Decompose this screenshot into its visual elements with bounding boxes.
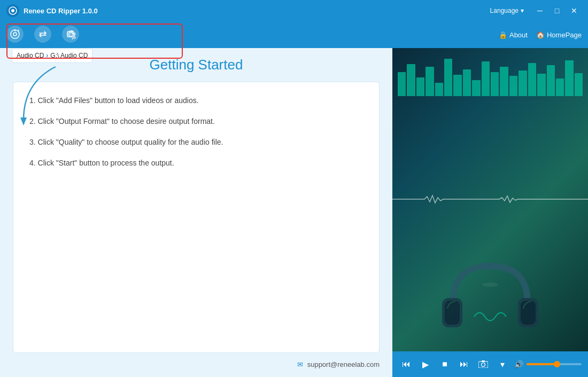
eq-bar: [416, 77, 424, 96]
eq-bar: [425, 67, 434, 96]
volume-slider[interactable]: 🔊: [514, 360, 582, 368]
instructions-box: 1. Click "Add Files" button to load vide…: [13, 82, 380, 353]
app-title: Renee CD Ripper 1.0.0: [24, 7, 490, 15]
eq-bar: [519, 70, 527, 96]
maximize-button[interactable]: □: [550, 3, 564, 18]
eq-bar: [407, 64, 415, 96]
convert-button[interactable]: [34, 26, 51, 44]
instruction-2: 2. Click "Output Format" to choose desir…: [29, 116, 363, 127]
breadcrumb-source: Audio CD: [17, 52, 44, 59]
volume-track[interactable]: [527, 363, 582, 365]
left-inner: Getting Started 1. Click "Add Files" but…: [0, 48, 392, 377]
svg-rect-11: [445, 301, 460, 325]
app-wrapper: Renee CD Ripper 1.0.0 Language ▾ ─ □ ✕ +: [0, 0, 588, 377]
volume-thumb[interactable]: [554, 361, 560, 367]
home-icon: 🏠: [536, 31, 545, 39]
waveform: [392, 194, 588, 205]
stop-button[interactable]: ■: [437, 357, 452, 372]
eq-bar: [444, 59, 452, 96]
eq-bar: [398, 72, 406, 96]
instruction-4: 4. Click "Start" button to process the o…: [29, 158, 363, 169]
eq-bar: [500, 67, 508, 96]
headphones-image: [437, 255, 544, 341]
svg-point-3: [13, 33, 17, 36]
svg-rect-15: [478, 362, 488, 368]
language-dropdown-icon: ▾: [521, 7, 524, 14]
settings-button[interactable]: [62, 26, 79, 44]
skip-back-button[interactable]: ⏮: [399, 357, 414, 372]
add-cd-button[interactable]: +: [6, 26, 24, 44]
left-panel: Getting Started 1. Click "Add Files" but…: [0, 48, 392, 377]
svg-rect-17: [482, 360, 485, 362]
instruction-3: 3. Click "Quality" to choose output qual…: [29, 137, 363, 148]
app-logo: [6, 4, 19, 17]
eq-bar: [453, 75, 461, 96]
close-button[interactable]: ✕: [567, 3, 582, 18]
support-email: support@reneelab.com: [307, 360, 380, 368]
eq-bar: [575, 73, 583, 96]
breadcrumb-separator: ›: [46, 52, 48, 59]
media-controls: ⏮ ▶ ■ ⏭ ▾ 🔊: [392, 351, 588, 377]
homepage-link[interactable]: 🏠 HomePage: [536, 31, 582, 39]
eq-bar: [491, 72, 499, 96]
eq-bar: [482, 61, 490, 96]
volume-icon: 🔊: [514, 360, 523, 368]
email-icon: ✉: [297, 360, 303, 368]
more-button[interactable]: ▾: [495, 357, 510, 372]
eq-bar: [537, 74, 545, 96]
eq-bar: [547, 65, 555, 96]
equalizer-bars: [392, 53, 588, 96]
right-panel: ⏮ ▶ ■ ⏭ ▾ 🔊: [392, 48, 588, 377]
navbar-right: 🔒 About 🏠 HomePage: [499, 31, 582, 39]
convert-icon: [34, 26, 51, 43]
add-cd-icon: +: [6, 26, 24, 43]
settings-icon: [62, 26, 79, 43]
navbar: +: [0, 21, 588, 48]
eq-bar: [565, 60, 573, 96]
breadcrumb: Audio CD › G:\ Audio CD: [12, 48, 92, 63]
eq-bar: [435, 83, 443, 96]
language-selector[interactable]: Language ▾: [490, 7, 524, 14]
eq-bar: [472, 80, 480, 96]
eq-bar: [528, 63, 536, 96]
svg-text:+: +: [17, 29, 20, 33]
content-area: Getting Started 1. Click "Add Files" but…: [0, 48, 588, 377]
titlebar: Renee CD Ripper 1.0.0 Language ▾ ─ □ ✕: [0, 0, 588, 21]
breadcrumb-dest: G:\ Audio CD: [50, 52, 88, 59]
volume-fill: [527, 363, 557, 365]
play-button[interactable]: ▶: [418, 357, 433, 372]
media-visual: [392, 48, 588, 351]
instruction-1: 1. Click "Add Files" button to load vide…: [29, 95, 363, 106]
svg-point-14: [482, 282, 498, 287]
minimize-button[interactable]: ─: [532, 3, 547, 18]
about-link[interactable]: 🔒 About: [499, 31, 528, 39]
eq-bar: [463, 69, 471, 96]
skip-forward-button[interactable]: ⏭: [457, 357, 471, 372]
svg-point-1: [11, 9, 14, 12]
lock-icon: 🔒: [499, 31, 507, 39]
navbar-left: +: [6, 26, 79, 44]
svg-point-16: [482, 363, 485, 367]
eq-bar: [556, 78, 564, 96]
snapshot-button[interactable]: [476, 357, 491, 372]
svg-rect-13: [521, 301, 536, 325]
titlebar-controls: Language ▾ ─ □ ✕: [490, 3, 582, 18]
email-row: ✉ support@reneelab.com: [13, 360, 380, 368]
eq-bar: [509, 76, 517, 96]
